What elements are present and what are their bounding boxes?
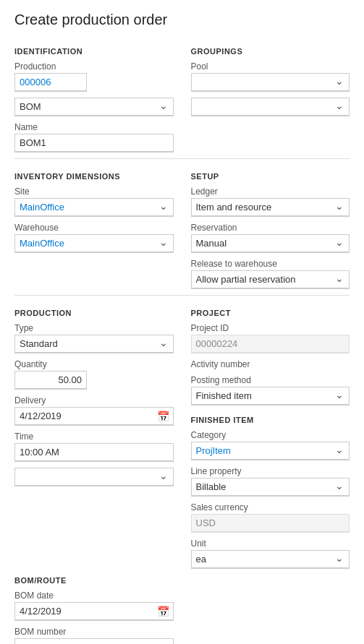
sales-currency-input bbox=[191, 514, 350, 533]
release-label: Release to warehouse bbox=[191, 259, 350, 269]
extra-left-select[interactable] bbox=[14, 468, 174, 486]
type-label: Type bbox=[14, 323, 174, 333]
time-label: Time bbox=[14, 432, 174, 442]
posting-select[interactable]: Finished item bbox=[191, 387, 350, 405]
reservation-label: Reservation bbox=[191, 223, 350, 233]
bom-date-input[interactable] bbox=[14, 602, 174, 621]
project-id-input bbox=[191, 335, 350, 353]
type-select[interactable]: Standard bbox=[14, 335, 174, 353]
warehouse-label: Warehouse bbox=[14, 223, 174, 233]
quantity-label: Quantity bbox=[14, 359, 174, 369]
name-input[interactable] bbox=[14, 134, 174, 153]
reservation-select[interactable]: Manual bbox=[191, 234, 350, 253]
groupings-header: GROUPINGS bbox=[191, 47, 350, 56]
bom-number-label: BOM number bbox=[14, 627, 174, 637]
unit-select[interactable]: ea bbox=[191, 550, 350, 569]
line-property-select[interactable]: Billable bbox=[191, 478, 350, 497]
warehouse-select[interactable]: MainOffice bbox=[14, 234, 174, 253]
bom-number-select[interactable]: BOM500 bbox=[14, 638, 174, 644]
groupings-second-select[interactable] bbox=[191, 98, 350, 116]
bom-date-label: BOM date bbox=[14, 591, 174, 601]
pool-select[interactable] bbox=[191, 73, 350, 92]
ledger-label: Ledger bbox=[191, 186, 350, 197]
delivery-label: Delivery bbox=[14, 395, 174, 405]
pool-label: Pool bbox=[191, 61, 350, 72]
site-label: Site bbox=[14, 186, 174, 197]
finished-item-header: FINISHED ITEM bbox=[191, 416, 350, 424]
time-input[interactable] bbox=[14, 443, 174, 462]
production-input[interactable] bbox=[14, 73, 87, 92]
setup-header: SETUP bbox=[191, 172, 350, 181]
production-header: PRODUCTION bbox=[14, 309, 174, 317]
identification-header: IDENTIFICATION bbox=[14, 47, 174, 56]
name-label: Name bbox=[14, 122, 174, 132]
delivery-input[interactable] bbox=[14, 407, 174, 426]
inventory-dimensions-header: INVENTORY DIMENSIONS bbox=[14, 172, 174, 181]
sales-currency-label: Sales currency bbox=[191, 502, 350, 512]
ledger-select[interactable]: Item and resource bbox=[191, 198, 350, 217]
line-property-label: Line property bbox=[191, 466, 350, 476]
quantity-input[interactable] bbox=[14, 371, 87, 390]
category-select[interactable]: ProjItem bbox=[191, 442, 350, 460]
project-header: PROJECT bbox=[191, 309, 350, 317]
site-select[interactable]: MainOffice bbox=[14, 198, 174, 217]
category-label: Category bbox=[191, 430, 350, 440]
page-title: Create production order bbox=[14, 12, 350, 28]
bom-route-header: BOM/ROUTE bbox=[14, 576, 174, 585]
unit-label: Unit bbox=[191, 538, 350, 549]
bom-date-calendar-icon[interactable]: 📅 bbox=[157, 606, 169, 617]
activity-label: Activity number bbox=[191, 359, 350, 369]
bom-select[interactable]: BOM bbox=[14, 98, 174, 116]
release-select[interactable]: Allow partial reservation bbox=[191, 270, 350, 289]
delivery-calendar-icon[interactable]: 📅 bbox=[157, 411, 169, 422]
posting-label: Posting method bbox=[191, 375, 350, 385]
production-label: Production bbox=[14, 61, 174, 72]
project-id-label: Project ID bbox=[191, 323, 350, 333]
